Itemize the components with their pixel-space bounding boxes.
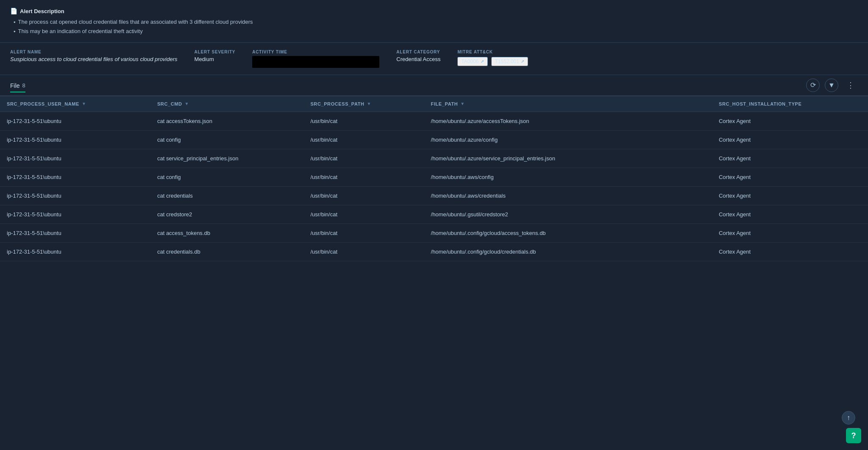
alert-description-heading: Alert Description — [20, 8, 64, 14]
col-label-src-process-user-name: SRC_PROCESS_USER_NAME — [7, 101, 79, 106]
sort-icon-file-path[interactable]: ▼ — [460, 101, 465, 106]
scroll-up-button[interactable]: ↑ — [842, 411, 855, 425]
table-row: ip-172-31-5-51\ubuntucat config/usr/bin/… — [0, 130, 868, 149]
refresh-icon: ⟳ — [810, 81, 816, 89]
col-header-src-process-path: SRC_PROCESS_PATH ▼ — [303, 96, 424, 112]
external-link-icon-t1552: ➚ — [521, 59, 524, 64]
header-row: SRC_PROCESS_USER_NAME ▼ SRC_CMD ▼ SRC_PR… — [0, 96, 868, 112]
cell-src-cmd: cat accessTokens.json — [150, 112, 304, 130]
alert-description-list: The process cat opened cloud credential … — [10, 18, 858, 36]
table-toolbar: File 8 ⟳ ▼ ⋮ — [0, 75, 868, 96]
cell-src-process-path: /usr/bin/cat — [303, 242, 424, 261]
alert-severity-value: Medium — [195, 56, 236, 62]
cell-file-path: /home/ubuntu/.aws/credentials — [424, 186, 712, 205]
cell-src-cmd: cat credstore2 — [150, 205, 304, 224]
cell-src-process-user-name: ip-172-31-5-51\ubuntu — [0, 112, 150, 130]
cell-src-cmd: cat config — [150, 130, 304, 149]
external-link-icon-ta0006: ➚ — [481, 59, 484, 64]
mitre-badges: TA0006 ➚ T1552.001 ➚ — [457, 57, 528, 66]
mitre-label: MITRE ATT&CK — [457, 50, 528, 54]
cell-file-path: /home/ubuntu/.azure/accessTokens.json — [424, 112, 712, 130]
mitre-t1552-label: T1552.001 — [495, 59, 519, 64]
file-tab[interactable]: File 8 — [10, 82, 25, 92]
table-row: ip-172-31-5-51\ubuntucat service_princip… — [0, 149, 868, 168]
tab-label-text: File — [10, 82, 20, 89]
alert-bullet-1: The process cat opened cloud credential … — [14, 18, 858, 27]
col-label-src-cmd: SRC_CMD — [157, 101, 182, 106]
cell-src-process-path: /usr/bin/cat — [303, 112, 424, 130]
table-row: ip-172-31-5-51\ubuntucat credentials/usr… — [0, 186, 868, 205]
kebab-icon: ⋮ — [847, 81, 854, 89]
mitre-badge-ta0006[interactable]: TA0006 ➚ — [457, 57, 487, 66]
cell-file-path: /home/ubuntu/.config/gcloud/access_token… — [424, 224, 712, 242]
activity-time-bar — [252, 56, 379, 68]
alert-category-value: Credential Access — [396, 56, 440, 62]
refresh-button[interactable]: ⟳ — [806, 78, 820, 92]
alert-name-label: ALERT NAME — [10, 50, 178, 54]
filter-button[interactable]: ▼ — [825, 78, 838, 92]
cell-src-process-user-name: ip-172-31-5-51\ubuntu — [0, 168, 150, 186]
alert-name-value: Suspicious access to cloud credential fi… — [10, 56, 178, 62]
table-row: ip-172-31-5-51\ubuntucat access_tokens.d… — [0, 224, 868, 242]
table-row: ip-172-31-5-51\ubuntucat credstore2/usr/… — [0, 205, 868, 224]
cell-src-process-user-name: ip-172-31-5-51\ubuntu — [0, 205, 150, 224]
alert-bullet-1-text: The process cat opened cloud credential … — [18, 18, 253, 27]
cell-src-process-path: /usr/bin/cat — [303, 130, 424, 149]
document-icon: 📄 — [10, 8, 17, 14]
col-label-src-process-path: SRC_PROCESS_PATH — [310, 101, 364, 106]
alert-category-label: ALERT CATEGORY — [396, 50, 440, 54]
cell-src-process-user-name: ip-172-31-5-51\ubuntu — [0, 149, 150, 168]
cell-src-process-user-name: ip-172-31-5-51\ubuntu — [0, 224, 150, 242]
cell-src-cmd: cat credentials — [150, 186, 304, 205]
cell-src-process-path: /usr/bin/cat — [303, 205, 424, 224]
sort-icon-src-cmd[interactable]: ▼ — [185, 101, 189, 106]
cell-src-process-path: /usr/bin/cat — [303, 168, 424, 186]
cell-file-path: /home/ubuntu/.aws/config — [424, 168, 712, 186]
more-options-button[interactable]: ⋮ — [843, 79, 858, 92]
mitre-badge-t1552[interactable]: T1552.001 ➚ — [491, 57, 528, 66]
alert-severity-label: ALERT SEVERITY — [195, 50, 236, 54]
cell-file-path: /home/ubuntu/.config/gcloud/credentials.… — [424, 242, 712, 261]
alert-meta-bar: ALERT NAME Suspicious access to cloud cr… — [0, 43, 868, 75]
mitre-field: MITRE ATT&CK TA0006 ➚ T1552.001 ➚ — [457, 50, 528, 66]
help-icon: ? — [851, 431, 856, 440]
table-row: ip-172-31-5-51\ubuntucat credentials.db/… — [0, 242, 868, 261]
alert-name-field: ALERT NAME Suspicious access to cloud cr… — [10, 50, 178, 62]
table-row: ip-172-31-5-51\ubuntucat config/usr/bin/… — [0, 168, 868, 186]
cell-src-process-user-name: ip-172-31-5-51\ubuntu — [0, 242, 150, 261]
table-row: ip-172-31-5-51\ubuntucat accessTokens.js… — [0, 112, 868, 130]
mitre-ta0006-label: TA0006 — [461, 59, 479, 64]
toolbar-actions: ⟳ ▼ ⋮ — [806, 78, 858, 92]
cell-src-host-installation-type: Cortex Agent — [712, 149, 868, 168]
cell-src-host-installation-type: Cortex Agent — [712, 112, 868, 130]
cell-src-cmd: cat service_principal_entries.json — [150, 149, 304, 168]
alert-description-title: 📄 Alert Description — [10, 8, 858, 14]
alert-bullet-2: This may be an indication of credential … — [14, 27, 858, 36]
filter-icon: ▼ — [828, 81, 835, 89]
cell-src-process-user-name: ip-172-31-5-51\ubuntu — [0, 130, 150, 149]
cell-src-cmd: cat access_tokens.db — [150, 224, 304, 242]
cell-src-cmd: cat credentials.db — [150, 242, 304, 261]
col-label-file-path: FILE_PATH — [431, 101, 458, 106]
cell-file-path: /home/ubuntu/.gsutil/credstore2 — [424, 205, 712, 224]
activity-time-label: ACTIVITY TIME — [252, 50, 379, 54]
cell-src-process-path: /usr/bin/cat — [303, 224, 424, 242]
col-header-file-path: FILE_PATH ▼ — [424, 96, 712, 112]
cell-src-process-path: /usr/bin/cat — [303, 186, 424, 205]
cell-src-host-installation-type: Cortex Agent — [712, 186, 868, 205]
table-body: ip-172-31-5-51\ubuntucat accessTokens.js… — [0, 112, 868, 261]
cell-src-host-installation-type: Cortex Agent — [712, 130, 868, 149]
activity-time-field: ACTIVITY TIME — [252, 50, 379, 68]
col-header-src-cmd: SRC_CMD ▼ — [150, 96, 304, 112]
col-label-src-host-installation-type: SRC_HOST_INSTALLATION_TYPE — [719, 101, 802, 106]
table-header: SRC_PROCESS_USER_NAME ▼ SRC_CMD ▼ SRC_PR… — [0, 96, 868, 112]
sort-icon-src-process-user-name[interactable]: ▼ — [82, 101, 86, 106]
cell-file-path: /home/ubuntu/.azure/config — [424, 130, 712, 149]
help-button[interactable]: ? — [846, 428, 861, 443]
cell-file-path: /home/ubuntu/.azure/service_principal_en… — [424, 149, 712, 168]
cell-src-host-installation-type: Cortex Agent — [712, 168, 868, 186]
cell-src-host-installation-type: Cortex Agent — [712, 224, 868, 242]
sort-icon-src-process-path[interactable]: ▼ — [367, 101, 372, 106]
col-header-src-host-installation-type: SRC_HOST_INSTALLATION_TYPE — [712, 96, 868, 112]
alert-bullet-2-text: This may be an indication of credential … — [18, 27, 143, 36]
